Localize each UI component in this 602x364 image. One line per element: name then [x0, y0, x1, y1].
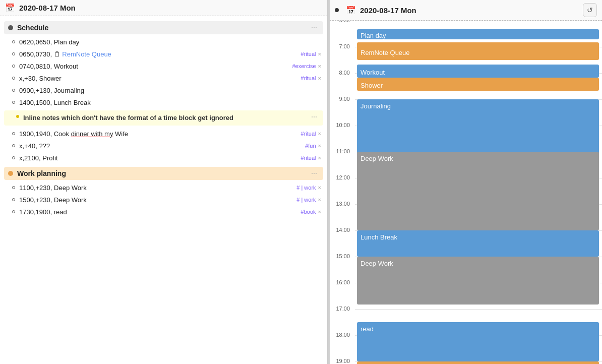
right-panel: 📅 2020-08-17 Mon ↺ 6:00 7:00 8:00 — [330, 0, 602, 364]
calendar-icon-left: 📅 — [5, 3, 15, 13]
hour-label-14: 14:00 — [330, 227, 353, 233]
schedule-bullet — [8, 25, 13, 30]
tag-work: # | work — [296, 197, 316, 203]
tag-ritual: #ritual — [301, 51, 316, 57]
tag-close[interactable]: × — [318, 75, 321, 81]
bullet-dot — [12, 101, 15, 104]
tag-close[interactable]: × — [318, 209, 321, 215]
hour-label-9: 9:00 — [330, 96, 353, 102]
bullet-dot — [12, 52, 15, 55]
work-planning-bullet — [8, 171, 13, 176]
list-item: 0650,0730, 🗒 RemNote Queue #ritual × — [0, 48, 327, 60]
tag-close[interactable]: × — [318, 185, 321, 191]
item-tags: #fun × — [305, 143, 321, 149]
remnote-queue-link[interactable]: RemNote Queue — [62, 50, 111, 58]
item-text: 0650,0730, 🗒 RemNote Queue — [19, 50, 297, 58]
tag-work: # | work — [296, 185, 316, 191]
schedule-icon: ⋯ — [311, 24, 317, 31]
calendar-icon-right: 📅 — [346, 6, 356, 15]
hour-label-15: 15:00 — [330, 253, 353, 259]
item-text: x,+40, ??? — [19, 142, 301, 150]
event-deep-work-2: Deep Work — [357, 257, 599, 305]
bullet-dot — [12, 186, 15, 189]
item-tags: #ritual × — [301, 75, 321, 81]
bullet-dot — [12, 156, 15, 159]
inline-note-icon: ⋯ — [311, 113, 317, 120]
item-text: x,2100, Profit — [19, 154, 297, 162]
bullet-dot — [12, 65, 15, 68]
left-panel: 📅 2020-08-17 Mon Schedule ⋯ 0620,0650, P… — [0, 0, 328, 364]
inline-note-text: Inline notes which don't have the format… — [23, 113, 307, 123]
hour-label-16: 16:00 — [330, 279, 353, 285]
event-remnote-queue: RemNote Queue — [357, 42, 599, 60]
schedule-title: Schedule — [17, 24, 311, 32]
event-plan-day: Plan day — [357, 29, 599, 39]
list-item: x,+40, ??? #fun × — [0, 140, 327, 152]
tag-ritual: #ritual — [301, 75, 316, 81]
work-planning-section-header: Work planning ⋯ — [4, 167, 323, 180]
right-header: 📅 2020-08-17 Mon ↺ — [330, 0, 602, 21]
hour-label-19: 19:00 — [330, 358, 353, 364]
hour-label-10: 10:00 — [330, 122, 353, 128]
tag-close[interactable]: × — [318, 131, 321, 137]
item-tags: #ritual × — [301, 155, 321, 161]
bullet-dot — [12, 198, 15, 201]
bullet-dot — [12, 144, 15, 147]
item-tags: #exercise × — [292, 63, 321, 69]
tag-fun: #fun — [305, 143, 316, 149]
list-item: 1100,+230, Deep Work # | work × — [0, 181, 327, 194]
bullet-dot — [12, 40, 15, 43]
bullet-dot — [12, 210, 15, 213]
item-tags: #book × — [301, 209, 321, 215]
list-item: 1730,1900, read #book × — [0, 206, 327, 218]
list-item: 0620,0650, Plan day — [0, 36, 327, 48]
right-date-title: 2020-08-17 Mon — [360, 6, 416, 15]
item-text: 1500,+230, Deep Work — [19, 196, 292, 204]
inline-note: Inline notes which don't have the format… — [4, 110, 323, 126]
tag-close[interactable]: × — [318, 51, 321, 57]
tag-close[interactable]: × — [318, 155, 321, 161]
right-header-dot — [335, 8, 339, 12]
tag-exercise: #exercise — [292, 63, 316, 69]
bullet-dot — [12, 132, 15, 135]
event-workout: Workout — [357, 65, 599, 78]
event-shower: Shower — [357, 78, 599, 91]
left-header: 📅 2020-08-17 Mon — [0, 0, 327, 16]
item-text: 0900,+130, Journaling — [19, 87, 321, 94]
item-text: 1400,1500, Lunch Break — [19, 99, 321, 106]
item-tags: # | work × — [296, 185, 321, 191]
hour-line-6 — [355, 21, 602, 21]
list-item: 0900,+130, Journaling — [0, 84, 327, 96]
hour-label-13: 13:00 — [330, 201, 353, 207]
item-text: 1100,+230, Deep Work — [19, 184, 292, 192]
hour-label-12: 12:00 — [330, 174, 353, 180]
timeline-inner: 6:00 7:00 8:00 9:00 10:00 — [330, 21, 602, 364]
left-content: Schedule ⋯ 0620,0650, Plan day 0650,0730… — [0, 16, 327, 364]
tag-ritual: #ritual — [301, 131, 316, 137]
list-item: 1900,1940, Cook dinner with my Wife #rit… — [0, 128, 327, 140]
bullet-dot — [12, 77, 15, 80]
hour-label-8: 8:00 — [330, 70, 353, 76]
tag-close[interactable]: × — [318, 63, 321, 69]
timeline-container[interactable]: 6:00 7:00 8:00 9:00 10:00 — [330, 21, 602, 364]
item-text: 0620,0650, Plan day — [19, 38, 321, 46]
hour-label-11: 11:00 — [330, 148, 353, 154]
hour-label-6: 6:00 — [330, 21, 353, 23]
tag-close[interactable]: × — [318, 143, 321, 149]
item-text: 1730,1900, read — [19, 208, 297, 216]
item-tags: #ritual × — [301, 51, 321, 57]
item-text: 0740,0810, Workout — [19, 63, 288, 70]
event-cook-dinner: Cook dinner with my Wife — [357, 361, 599, 364]
list-item: x,+30, Shower #ritual × — [0, 72, 327, 84]
item-tags: # | work × — [296, 197, 321, 203]
inline-note-bullet — [16, 115, 19, 118]
hour-label-18: 18:00 — [330, 332, 353, 338]
event-lunch-break: Lunch Break — [357, 230, 599, 257]
hour-label-17: 17:00 — [330, 306, 353, 312]
schedule-section-header: Schedule ⋯ — [4, 21, 323, 34]
refresh-button[interactable]: ↺ — [583, 3, 597, 17]
tag-ritual: #ritual — [301, 155, 316, 161]
hour-line-17 — [355, 309, 602, 310]
tag-close[interactable]: × — [318, 197, 321, 203]
bullet-dot — [12, 89, 15, 92]
